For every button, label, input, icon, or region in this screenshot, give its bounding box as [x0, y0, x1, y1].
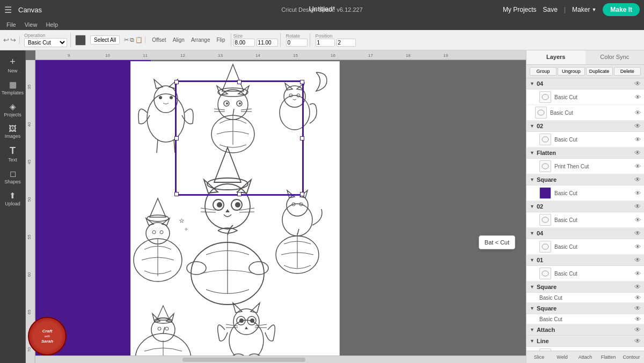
flip-button[interactable]: Flip	[214, 37, 227, 43]
svg-point-119	[538, 110, 544, 115]
layer-group-02-header[interactable]: ▼ 02 👁	[526, 121, 644, 132]
layer-group-flatten-header[interactable]: ▼ Flatten 👁	[526, 147, 644, 159]
layer-item-squarew1-basic-cut[interactable]: Basic Cut 👁	[526, 293, 644, 303]
tab-layers[interactable]: Layers	[526, 50, 586, 64]
select-all-button[interactable]: Select All	[90, 35, 120, 45]
layer-eye[interactable]: 👁	[635, 136, 641, 143]
eye-icon[interactable]: 👁	[634, 337, 641, 345]
layer-eye[interactable]: 👁	[635, 316, 641, 322]
eye-icon[interactable]: 👁	[634, 283, 641, 291]
layer-item-01-basic-cut[interactable]: Basic Cut 👁	[526, 266, 644, 281]
sidebar-item-templates[interactable]: ▦ Templates	[1, 77, 25, 98]
arrow-icon: ▼	[530, 306, 535, 311]
menu-view[interactable]: View	[25, 21, 38, 28]
sidebar-label-new: New	[8, 68, 17, 73]
layer-item-flatten-ptc[interactable]: Print Then Cut 👁	[526, 159, 644, 174]
layer-group-attach-header[interactable]: ▼ Attach 👁	[526, 324, 644, 336]
copy-button[interactable]: ⧉	[130, 36, 134, 43]
tab-color-sync[interactable]: Color Sync	[586, 50, 645, 64]
layer-item-02b-basic-cut[interactable]: Basic Cut 👁	[526, 212, 644, 228]
sidebar-item-upload[interactable]: ⬆ Upload	[1, 188, 25, 209]
size-w-input[interactable]	[233, 39, 255, 47]
pos-y-input[interactable]	[336, 39, 356, 47]
sidebar-item-new[interactable]: + New	[1, 54, 25, 76]
weld-button[interactable]: Weld	[551, 353, 574, 361]
layer-eye[interactable]: 👁	[635, 190, 641, 196]
canvas-area[interactable]: 9 10 11 12 13 14 15 16 17 18 19 35 40 45…	[26, 50, 526, 363]
flatten-button[interactable]: Flatten	[597, 353, 620, 361]
layer-group-line-header[interactable]: ▼ Line 👁	[526, 336, 644, 347]
eye-icon[interactable]: 👁	[634, 229, 641, 237]
layer-name: Basic Cut	[539, 316, 635, 322]
edit-button[interactable]: ✂	[124, 36, 129, 43]
layer-item-02-basic-cut[interactable]: Basic Cut 👁	[526, 132, 644, 147]
layer-eye[interactable]: 👁	[635, 163, 641, 169]
layer-eye[interactable]: 👁	[635, 94, 641, 100]
svg-line-88	[297, 229, 299, 235]
pos-x-input[interactable]	[316, 39, 335, 47]
layer-group-01-header[interactable]: ▼ 01 👁	[526, 255, 644, 266]
layer-eye[interactable]: 👁	[635, 243, 641, 250]
menu-icon[interactable]: ☰	[4, 5, 12, 15]
my-projects-button[interactable]: My Projects	[503, 6, 537, 13]
group-button[interactable]: Group	[530, 67, 557, 76]
make-it-button[interactable]: Make It	[603, 3, 640, 16]
eye-icon[interactable]: 👁	[634, 149, 641, 157]
paste-button[interactable]: 📋	[135, 36, 143, 43]
sidebar-item-text[interactable]: T Text	[1, 143, 25, 165]
layer-group-square-header[interactable]: ▼ Square 👁	[526, 174, 644, 186]
sidebar-label-images: Images	[5, 134, 21, 139]
group-name: Square	[537, 176, 634, 183]
sidebar-item-shapes[interactable]: ◻ Shapes	[1, 166, 25, 187]
duplicate-button[interactable]: Duplicate	[586, 67, 613, 76]
eye-icon[interactable]: 👁	[634, 256, 641, 264]
align-button[interactable]: Align	[171, 37, 187, 43]
design-canvas[interactable]: ★ ✦	[130, 61, 340, 359]
horizontal-scrollbar[interactable]	[35, 355, 526, 363]
top-bar: ☰ Canvas Cricut Design Space v6.12.227 U…	[0, 0, 644, 19]
bat-cut-tooltip: Bat < Cut	[479, 235, 515, 249]
delete-button[interactable]: Delete	[614, 67, 641, 76]
slice-button[interactable]: Slice	[528, 353, 551, 361]
save-button[interactable]: Save	[543, 6, 558, 13]
layer-eye[interactable]: 👁	[635, 294, 641, 301]
layer-eye[interactable]: 👁	[635, 270, 641, 277]
layer-eye[interactable]: 👁	[635, 109, 641, 116]
menu-help[interactable]: Help	[46, 21, 58, 28]
layer-group-squarew2-header[interactable]: ▼ Square 👁	[526, 303, 644, 314]
layer-group-04-header[interactable]: ▼ 04 👁	[526, 78, 644, 90]
layer-group-02b-header[interactable]: ▼ 02 👁	[526, 201, 644, 212]
color-swatch[interactable]	[75, 35, 86, 46]
eye-icon[interactable]: 👁	[634, 305, 641, 312]
layer-item-04b-basic-cut[interactable]: Basic Cut 👁	[526, 239, 644, 255]
offset-button[interactable]: Offset	[150, 37, 169, 43]
layer-eye[interactable]: 👁	[635, 217, 641, 223]
layer-item-04-basic-cut[interactable]: Basic Cut 👁	[526, 90, 644, 105]
arrange-button[interactable]: Arrange	[189, 37, 213, 43]
rotate-input[interactable]	[286, 39, 308, 47]
eye-icon[interactable]: 👁	[634, 176, 641, 183]
size-h-input[interactable]	[257, 39, 278, 47]
new-icon: +	[10, 56, 16, 68]
contour-button[interactable]: Contour	[620, 353, 643, 361]
eye-icon[interactable]: 👁	[634, 203, 641, 210]
eye-icon[interactable]: 👁	[634, 80, 641, 87]
layer-item-basic-cut-1[interactable]: Basic Cut 👁	[526, 105, 644, 121]
eye-icon[interactable]: 👁	[634, 326, 641, 334]
layer-group-04b-header[interactable]: ▼ 04 👁	[526, 228, 644, 239]
sidebar-label-templates: Templates	[2, 90, 24, 95]
sidebar-item-images[interactable]: 🖼 Images	[1, 121, 25, 142]
attach-button[interactable]: Attach	[574, 353, 597, 361]
layer-group-squarew1-header[interactable]: ▼ Square 👁	[526, 281, 644, 293]
operation-select[interactable]: Basic Cut	[24, 38, 67, 47]
ungroup-button[interactable]: Ungroup	[558, 67, 584, 76]
undo-button[interactable]: ↩	[3, 36, 9, 44]
layer-item-square-purple[interactable]: Basic Cut 👁	[526, 186, 644, 201]
layer-item-squarew2-basic-cut[interactable]: Basic Cut 👁	[526, 314, 644, 324]
eye-icon[interactable]: 👁	[634, 122, 641, 130]
sidebar-item-projects[interactable]: ◈ Projects	[1, 99, 25, 120]
menu-file[interactable]: File	[6, 21, 16, 28]
layer-item-blank-canvas[interactable]: Blank Canvas 👁	[526, 347, 644, 351]
maker-button[interactable]: Maker ▼	[572, 6, 596, 13]
redo-button[interactable]: ↪	[10, 36, 16, 44]
